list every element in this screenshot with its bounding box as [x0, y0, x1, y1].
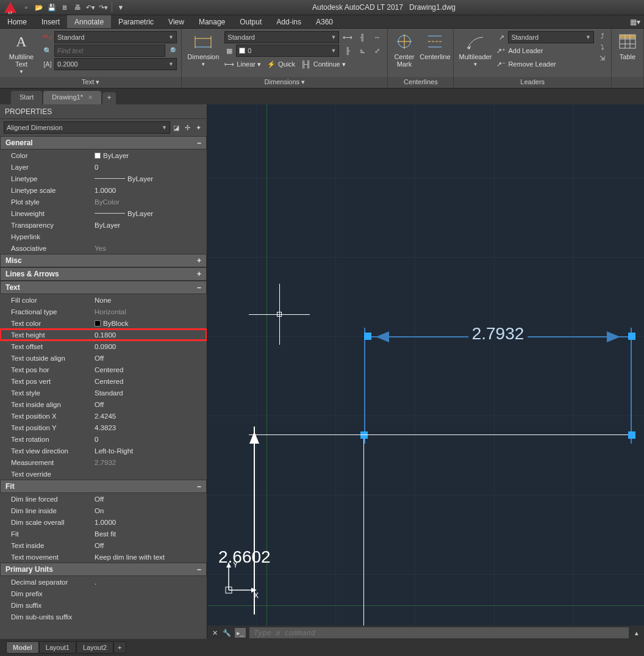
dim-style-combo[interactable]: Standard▼ — [224, 31, 339, 43]
prop-associative[interactable]: AssociativeYes — [0, 242, 207, 254]
saveas-icon[interactable]: 🗎 — [59, 2, 70, 13]
prop-text-override[interactable]: Text override — [0, 468, 207, 480]
text-style-combo[interactable]: Standard▼ — [54, 31, 177, 43]
object-edge-vertical[interactable] — [363, 434, 364, 639]
multileader-button[interactable]: Multileader ▼ — [457, 31, 493, 67]
leader-tool-3-icon[interactable]: ⇲ — [598, 53, 607, 63]
prop-fractional-type[interactable]: Fractional typeHorizontal — [0, 306, 207, 317]
prop-text-rotation[interactable]: Text rotation0 — [0, 433, 207, 445]
prop-fill-color[interactable]: Fill colorNone — [0, 294, 207, 306]
tab-insert[interactable]: Insert — [34, 15, 67, 28]
spellcheck-icon[interactable]: ᴬᴮ✓ — [43, 32, 52, 42]
prop-text-view-direction[interactable]: Text view directionLeft-to-Right — [0, 445, 207, 456]
center-mark-button[interactable]: Center Mark — [392, 31, 417, 68]
linear-button[interactable]: ⟼Linear ▾ — [224, 58, 261, 70]
save-icon[interactable]: 💾 — [46, 2, 57, 13]
layer-icon[interactable]: ▦ — [224, 46, 234, 56]
prop-text-pos-vert[interactable]: Text pos vertCentered — [0, 375, 207, 387]
prop-dim-sub-units-suffix[interactable]: Dim sub-units suffix — [0, 611, 207, 622]
category-primary-units[interactable]: Primary Units– — [0, 563, 207, 576]
panel-title-leaders[interactable]: Leaders — [454, 77, 611, 88]
prop-linetype[interactable]: LinetypeByLayer — [0, 173, 207, 184]
dimension-horizontal[interactable]: 2.7932 — [364, 336, 632, 337]
tab-manage[interactable]: Manage — [191, 15, 232, 28]
command-input[interactable] — [249, 627, 629, 639]
add-layout-button[interactable]: + — [113, 641, 126, 654]
dim-tool-1-icon[interactable]: ⟷ — [341, 32, 354, 43]
dimension-button[interactable]: Dimension ▼ — [185, 31, 221, 67]
dimension-value-horizontal[interactable]: 2.7932 — [468, 324, 528, 344]
prop-text-color[interactable]: Text colorByBlock — [0, 317, 207, 329]
prop-dim-line-forced[interactable]: Dim line forcedOff — [0, 493, 207, 505]
cmd-close-icon[interactable]: ✕ — [210, 628, 220, 638]
dim-tool-5-icon[interactable]: ⊾ — [356, 45, 369, 56]
table-button[interactable]: Table — [615, 31, 640, 60]
tab-drawing1[interactable]: Drawing1*✕ — [43, 91, 101, 104]
tab-parametric[interactable]: Parametric — [111, 15, 161, 28]
leader-tool-1-icon[interactable]: ⤴ — [598, 31, 607, 41]
open-icon[interactable]: 📂 — [34, 2, 45, 13]
leader-style-combo[interactable]: Standard▼ — [508, 31, 594, 43]
category-fit[interactable]: Fit– — [0, 480, 207, 493]
prop-plot-style[interactable]: Plot styleByColor — [0, 196, 207, 207]
prop-text-height[interactable]: Text height0.1800 — [0, 329, 207, 341]
dim-tool-3-icon[interactable]: ↔ — [370, 32, 384, 43]
text-height-combo[interactable]: 0.2000▼ — [54, 58, 177, 70]
toggle-pickadd-icon[interactable]: ◪ — [171, 123, 181, 132]
redo-icon[interactable]: ↷▾ — [98, 2, 109, 13]
category-general[interactable]: General– — [0, 136, 207, 150]
prop-decimal-separator[interactable]: Decimal separator. — [0, 576, 207, 588]
prop-measurement[interactable]: Measurement2.7932 — [0, 456, 207, 468]
grip[interactable] — [364, 333, 371, 340]
find-icon[interactable]: 🔍 — [43, 46, 52, 56]
remove-leader-button[interactable]: ↗⁻Remove Leader — [496, 58, 594, 70]
cmd-history-icon[interactable]: ▴ — [632, 628, 642, 638]
new-icon[interactable]: ▫ — [21, 2, 32, 13]
cmd-customize-icon[interactable]: 🔧 — [222, 628, 232, 638]
tab-output[interactable]: Output — [232, 15, 269, 28]
object-type-combo[interactable]: Aligned Dimension▼ — [4, 121, 170, 134]
add-leader-button[interactable]: ↗⁺Add Leader — [496, 45, 594, 57]
prop-dim-suffix[interactable]: Dim suffix — [0, 599, 207, 611]
continue-button[interactable]: ╟╢Continue ▾ — [301, 58, 346, 70]
prop-text-offset[interactable]: Text offset0.0900 — [0, 341, 207, 352]
prop-lineweight[interactable]: LineweightByLayer — [0, 207, 207, 219]
tab-start[interactable]: Start — [11, 91, 42, 104]
leader-tool-2-icon[interactable]: ⤵ — [598, 42, 607, 52]
add-tab-button[interactable]: + — [102, 92, 116, 104]
tab-annotate[interactable]: Annotate — [67, 15, 111, 28]
prop-layer[interactable]: Layer0 — [0, 161, 207, 173]
close-tab-icon[interactable]: ✕ — [88, 94, 93, 101]
tab-layout2[interactable]: Layout2 — [76, 641, 113, 654]
panel-title-dimensions[interactable]: Dimensions ▾ — [182, 77, 387, 88]
plot-icon[interactable]: 🖶 — [72, 2, 83, 13]
category-lines-arrows[interactable]: Lines & Arrows+ — [0, 267, 207, 281]
prop-text-inside-align[interactable]: Text inside alignOff — [0, 398, 207, 410]
dim-tool-6-icon[interactable]: ⤢ — [370, 45, 384, 56]
prop-linetype-scale[interactable]: Linetype scale1.0000 — [0, 184, 207, 196]
find-text-input[interactable] — [54, 45, 165, 57]
prop-dim-prefix[interactable]: Dim prefix — [0, 588, 207, 599]
qat-dropdown-icon[interactable]: ▼ — [115, 2, 126, 13]
find-go-icon[interactable]: 🔎 — [167, 46, 177, 56]
app-logo[interactable]: LT — [2, 1, 18, 14]
centerline-button[interactable]: Centerline — [420, 31, 449, 60]
drawing-canvas[interactable]: 2.7932 2.6602 YX — [207, 104, 644, 639]
panel-title-text[interactable]: Text ▾ — [0, 77, 181, 88]
prop-fit[interactable]: FitBest fit — [0, 528, 207, 539]
prop-text-position-x[interactable]: Text position X2.4245 — [0, 410, 207, 422]
panel-options-icon[interactable]: ▦▾ — [630, 18, 640, 26]
quick-select-icon[interactable]: ✦ — [193, 123, 203, 132]
tab-model[interactable]: Model — [6, 641, 39, 654]
dim-tool-2-icon[interactable]: ╢ — [356, 32, 369, 43]
undo-icon[interactable]: ↶▾ — [85, 2, 96, 13]
dim-layer-combo[interactable]: 0▼ — [236, 45, 339, 57]
quick-button[interactable]: ⚡Quick — [267, 58, 295, 70]
select-objects-icon[interactable]: ✢ — [182, 123, 192, 132]
prop-dim-scale-overall[interactable]: Dim scale overall1.0000 — [0, 516, 207, 528]
prop-text-style[interactable]: Text styleStandard — [0, 387, 207, 398]
grip[interactable] — [360, 431, 368, 439]
prop-text-inside[interactable]: Text insideOff — [0, 539, 207, 551]
grip[interactable] — [628, 333, 635, 340]
category-misc[interactable]: Misc+ — [0, 254, 207, 267]
